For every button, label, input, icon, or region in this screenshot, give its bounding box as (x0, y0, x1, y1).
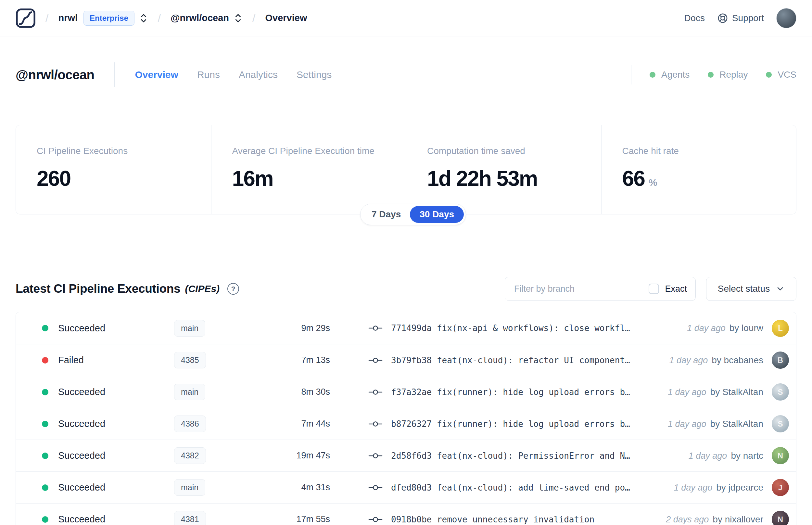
help-icon[interactable]: ? (227, 283, 239, 295)
stat-ci-pipeline-executions: CI Pipeline Executions 260 (16, 125, 211, 214)
chevron-down-icon (776, 284, 785, 294)
commit-meta: 1 day ago by lourw (687, 323, 763, 333)
time-ago: 1 day ago (674, 483, 713, 493)
workspace-selector-icon[interactable] (233, 12, 243, 24)
tab-runs[interactable]: Runs (197, 69, 220, 80)
git-commit-icon (368, 388, 383, 396)
status-dot-icon (42, 516, 48, 523)
status-dot-icon (42, 452, 48, 459)
breadcrumb-workspace[interactable]: @nrwl/ocean (170, 13, 229, 24)
status-label: Succeeded (58, 514, 174, 525)
branch-chip[interactable]: 4386 (174, 416, 206, 432)
status-dot-icon (649, 72, 656, 78)
branch-chip[interactable]: main (174, 320, 205, 336)
tab-overview[interactable]: Overview (135, 69, 178, 80)
branch-filter-group: Exact (505, 277, 696, 301)
integration-agents[interactable]: Agents (649, 70, 690, 80)
duration-label: 9m 29s (232, 323, 330, 333)
commit-link[interactable]: 3b79fb38 feat(nx-cloud): refactor UI com… (368, 356, 663, 365)
branch-filter-input[interactable] (505, 277, 640, 300)
stat-cards: CI Pipeline Executions 260 Average CI Pi… (16, 125, 796, 214)
workspace-title: @nrwl/ocean (16, 68, 94, 82)
breadcrumb-page: Overview (265, 13, 307, 24)
git-commit-icon (368, 515, 383, 524)
exact-toggle: Exact (640, 277, 695, 300)
commit-link[interactable]: b8726327 fix(runner): hide log upload er… (368, 419, 661, 429)
author-avatar: N (772, 447, 789, 464)
top-nav: / nrwl Enterprise / @nrwl/ocean / Overvi… (0, 0, 812, 36)
author-label: by StalkAltan (710, 419, 763, 429)
commit-message: 2d58f6d3 feat(nx-cloud): PermissionError… (391, 451, 630, 461)
breadcrumb-org[interactable]: nrwl (58, 13, 78, 24)
range-30-days[interactable]: 30 Days (410, 206, 464, 223)
status-label: Succeeded (58, 482, 174, 493)
git-commit-icon (368, 324, 383, 332)
table-row[interactable]: Succeeded main 4m 31s dfed80d3 feat(nx-c… (16, 471, 796, 503)
duration-label: 7m 13s (232, 355, 330, 365)
enterprise-badge: Enterprise (83, 11, 135, 26)
user-avatar[interactable] (776, 8, 796, 28)
time-ago: 1 day ago (668, 419, 706, 429)
table-row[interactable]: Succeeded 4382 19m 47s 2d58f6d3 feat(nx-… (16, 439, 796, 471)
range-7-days[interactable]: 7 Days (363, 206, 410, 223)
commit-message: b8726327 fix(runner): hide log upload er… (391, 419, 630, 429)
breadcrumb-separator: / (45, 12, 48, 24)
author-avatar: S (772, 384, 789, 401)
git-commit-icon (368, 356, 383, 364)
divider (631, 65, 631, 85)
support-link[interactable]: Support (717, 13, 764, 24)
cipe-section-header: Latest CI Pipeline Executions (CIPEs) ? … (16, 277, 796, 301)
table-row[interactable]: Failed 4385 7m 13s 3b79fb38 feat(nx-clou… (16, 344, 796, 376)
integration-replay[interactable]: Replay (708, 70, 748, 80)
author-avatar: L (772, 320, 789, 337)
table-row[interactable]: Succeeded main 8m 30s f37a32ae fix(runne… (16, 376, 796, 408)
author-label: by nixallover (713, 514, 763, 525)
status-dot-icon (42, 389, 48, 395)
commit-link[interactable]: 771499da fix(nx-api & workflows): close … (368, 323, 680, 333)
status-dot-icon (766, 72, 772, 78)
commit-link[interactable]: dfed80d3 feat(nx-cloud): add time-saved … (368, 483, 668, 493)
commit-meta: 2 days ago by nixallover (666, 514, 763, 525)
org-selector-icon[interactable] (139, 12, 148, 24)
status-label: Succeeded (58, 387, 174, 397)
date-range-toggle: 7 Days 30 Days (360, 204, 466, 225)
status-dot-icon (42, 484, 48, 491)
status-label: Succeeded (58, 323, 174, 334)
filter-controls: Exact Select status (505, 277, 796, 301)
git-commit-icon (368, 452, 383, 460)
author-label: by bcabanes (711, 355, 763, 365)
author-avatar: N (772, 511, 789, 525)
commit-link[interactable]: f37a32ae fix(runner): hide log upload er… (368, 387, 661, 397)
docs-link[interactable]: Docs (684, 13, 705, 24)
status-label: Failed (58, 355, 174, 365)
author-avatar: J (772, 479, 789, 496)
tab-settings[interactable]: Settings (296, 69, 332, 80)
percent-suffix: % (649, 177, 657, 188)
branch-chip[interactable]: main (174, 479, 205, 496)
status-label: Succeeded (58, 418, 174, 429)
branch-chip[interactable]: 4382 (174, 447, 206, 464)
nx-logo-icon[interactable] (16, 8, 36, 28)
branch-chip[interactable]: 4385 (174, 352, 206, 369)
author-avatar: S (772, 415, 789, 432)
commit-meta: 1 day ago by bcabanes (670, 355, 763, 365)
branch-chip[interactable]: main (174, 384, 205, 400)
exact-checkbox[interactable] (649, 284, 659, 294)
integration-vcs[interactable]: VCS (766, 70, 796, 80)
section-title-suffix: (CIPEs) (185, 283, 219, 294)
breadcrumb-separator: / (252, 12, 255, 24)
table-row[interactable]: Succeeded main 9m 29s 771499da fix(nx-ap… (16, 312, 796, 344)
commit-meta: 1 day ago by jdpearce (674, 482, 763, 493)
stat-average-execution-time: Average CI Pipeline Execution time 16m (211, 125, 406, 214)
commit-link[interactable]: 2d58f6d3 feat(nx-cloud): PermissionError… (368, 451, 682, 461)
section-title: Latest CI Pipeline Executions (16, 282, 180, 296)
git-commit-icon (368, 483, 383, 492)
branch-chip[interactable]: 4381 (174, 511, 206, 525)
table-row[interactable]: Succeeded 4381 17m 55s 0918b0be remove u… (16, 503, 796, 525)
author-label: by StalkAltan (710, 387, 763, 397)
tab-analytics[interactable]: Analytics (239, 69, 278, 80)
commit-link[interactable]: 0918b0be remove unnecessary invalidation (368, 515, 659, 524)
page-header: @nrwl/ocean Overview Runs Analytics Sett… (16, 62, 796, 87)
table-row[interactable]: Succeeded 4386 7m 44s b8726327 fix(runne… (16, 408, 796, 439)
status-select[interactable]: Select status (706, 277, 796, 301)
